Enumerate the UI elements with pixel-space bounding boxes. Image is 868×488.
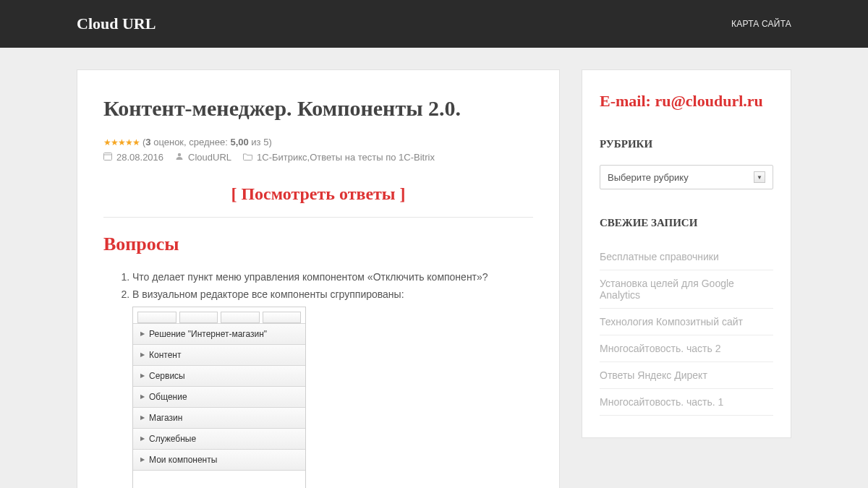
email-heading[interactable]: E-mail: ru@cloudurl.ru <box>600 92 773 111</box>
tree-item[interactable]: ▶Магазин <box>133 407 305 428</box>
rubriki-title: РУБРИКИ <box>600 138 773 150</box>
calendar-icon <box>103 152 112 163</box>
recent-post-link[interactable]: Многосайтовость. часть 2 <box>600 343 720 354</box>
chevron-right-icon: ▶ <box>140 372 145 380</box>
rating-row: ★★★★★ (3 оценок, среднее: 5,00 из 5) <box>103 137 533 147</box>
page-scroll[interactable]: Cloud URL КАРТА САЙТА Контент-менеджер. … <box>0 0 868 488</box>
recent-post-link[interactable]: Бесплатные справочники <box>600 251 719 262</box>
recent-post-link[interactable]: Ответы Яндекс Директ <box>600 369 707 381</box>
tree-item[interactable]: ▶Контент <box>133 344 305 365</box>
sidebar: E-mail: ru@cloudurl.ru РУБРИКИ Выберите … <box>582 69 791 438</box>
category-select[interactable]: Выберите рубрику ▼ <box>600 165 773 189</box>
rating-text-before: оценок, среднее: <box>153 137 228 147</box>
question-item: В визуальном редакторе все компоненты сг… <box>132 287 533 488</box>
chevron-right-icon: ▶ <box>140 351 145 359</box>
recent-post-link[interactable]: Технология Композитный сайт <box>600 316 743 328</box>
rating-avg: 5,00 <box>230 137 248 147</box>
site-title[interactable]: Cloud URL <box>77 14 156 33</box>
tree-item[interactable]: ▶Мои компоненты <box>133 449 305 470</box>
recent-post-link[interactable]: Многосайтовость. часть. 1 <box>600 396 723 408</box>
svg-point-2 <box>178 153 181 156</box>
tree-item[interactable]: ▶Общение <box>133 386 305 407</box>
chevron-down-icon: ▼ <box>754 171 765 183</box>
chevron-right-icon: ▶ <box>140 435 145 443</box>
chevron-right-icon: ▶ <box>140 455 145 464</box>
post-date: 28.08.2016 <box>116 152 163 163</box>
questions-heading: Вопросы <box>103 234 533 255</box>
article-title: Контент-менеджер. Компоненты 2.0. <box>103 96 533 121</box>
separator <box>103 217 533 218</box>
post-categories[interactable]: 1С-Битрикс,Ответы на тесты по 1C-Bitrix <box>257 152 435 163</box>
folder-icon <box>243 152 252 163</box>
select-value: Выберите рубрику <box>608 172 689 183</box>
chevron-right-icon: ▶ <box>140 330 145 338</box>
tree-tab[interactable] <box>137 312 176 323</box>
recent-title: СВЕЖИЕ ЗАПИСИ <box>600 217 773 229</box>
tree-tab[interactable] <box>263 312 302 323</box>
recent-post-link[interactable]: Установка целей для Google Analytics <box>600 278 734 301</box>
post-author[interactable]: CloudURL <box>188 152 231 163</box>
tree-tab[interactable] <box>179 312 218 323</box>
star-icon: ★★★★★ <box>103 137 140 147</box>
rating-count: 3 <box>145 137 150 147</box>
meta-row: 28.08.2016 CloudURL 1С-Битрикс,Ответы на… <box>103 152 533 163</box>
rating-text-after: из <box>251 137 260 147</box>
question-item: Что делает пункт меню управления компоне… <box>132 270 533 285</box>
nav-sitemap[interactable]: КАРТА САЙТА <box>731 19 791 29</box>
user-icon <box>175 152 184 163</box>
chevron-right-icon: ▶ <box>140 414 145 422</box>
recent-posts-list: Бесплатные справочники Установка целей д… <box>600 244 773 416</box>
rating-outof: 5 <box>263 137 268 147</box>
main-content: Контент-менеджер. Компоненты 2.0. ★★★★★ … <box>77 69 560 488</box>
tree-item[interactable]: ▶Служебные <box>133 428 305 449</box>
questions-list: Что делает пункт меню управления компоне… <box>103 270 533 488</box>
tree-tab[interactable] <box>221 312 260 323</box>
view-answers-link[interactable]: [ Посмотреть ответы ] <box>231 184 405 203</box>
tree-item[interactable]: ▶Сервисы <box>133 365 305 386</box>
tree-item[interactable]: ▶Решение "Интернет-магазин" <box>133 323 305 344</box>
svg-rect-0 <box>104 153 112 160</box>
chevron-right-icon: ▶ <box>140 393 145 401</box>
component-tree: ▶Решение "Интернет-магазин" ▶Контент ▶Се… <box>132 307 306 488</box>
site-header: Cloud URL КАРТА САЙТА <box>0 0 868 48</box>
